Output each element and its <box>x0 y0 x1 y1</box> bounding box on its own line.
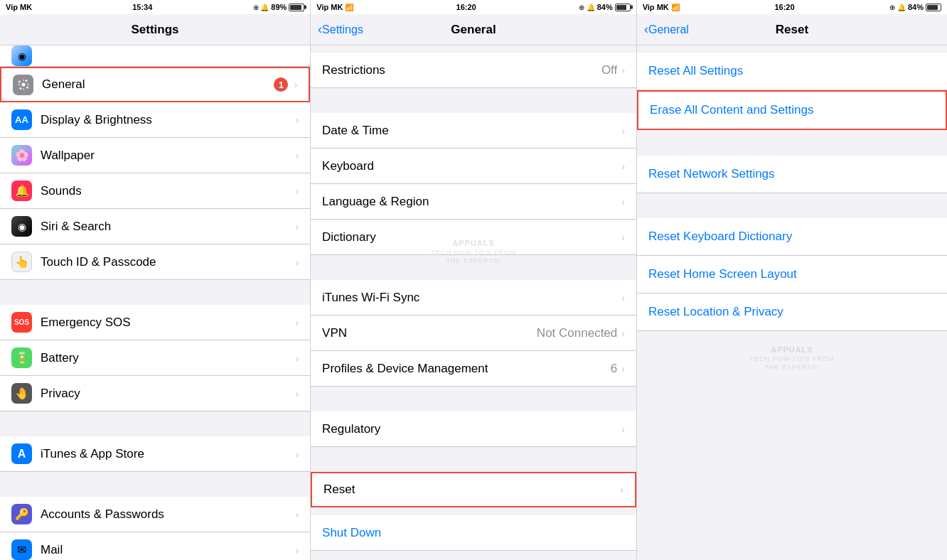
reset-location-label: Reset Location & Privacy <box>648 305 783 319</box>
appstore-chevron: › <box>295 448 299 460</box>
middle-status-left: Vip MK 📶 <box>316 3 353 11</box>
middle-divider-4 <box>311 447 636 472</box>
itunes-sync-chevron: › <box>621 292 625 303</box>
settings-item-wallpaper[interactable]: 🌸 Wallpaper › <box>0 138 310 173</box>
middle-divider-3 <box>311 387 636 411</box>
left-nav-title: Settings <box>132 23 179 37</box>
settings-item-battery[interactable]: 🔋 Battery › <box>0 340 310 376</box>
wallpaper-chevron: › <box>295 150 299 161</box>
right-item-reset-all[interactable]: Reset All Settings <box>637 53 947 90</box>
middle-item-reset[interactable]: Reset › <box>311 472 636 507</box>
left-battery-cap <box>304 6 306 9</box>
settings-item-sounds[interactable]: 🔔 Sounds › <box>0 173 310 209</box>
shutdown-label: Shut Down <box>322 526 625 540</box>
vpn-value: Not Connected <box>537 326 617 340</box>
svg-point-0 <box>21 83 25 87</box>
display-label: Display & Brightness <box>41 113 295 127</box>
right-divider-1 <box>637 131 947 156</box>
middle-nav-title: General <box>451 23 496 37</box>
left-battery-icon <box>289 4 304 11</box>
privacy-icon: 🤚 <box>11 383 32 404</box>
touchid-icon: 👆 <box>11 252 32 272</box>
middle-item-itunes-sync[interactable]: iTunes Wi-Fi Sync › <box>311 280 636 316</box>
general-chevron: › <box>294 79 297 90</box>
right-item-erase-all[interactable]: Erase All Content and Settings <box>637 90 947 130</box>
sounds-icon: 🔔 <box>11 181 32 201</box>
language-chevron: › <box>621 196 625 208</box>
right-top-gap <box>637 45 947 53</box>
middle-item-shutdown[interactable]: Shut Down <box>311 515 636 551</box>
settings-item-display[interactable]: AA Display & Brightness › <box>0 102 310 138</box>
sounds-label: Sounds <box>41 184 295 198</box>
restrictions-chevron: › <box>621 65 625 76</box>
wallpaper-label: Wallpaper <box>41 149 295 163</box>
right-back-button[interactable]: ‹ General <box>644 22 689 37</box>
settings-item-appstore[interactable]: A iTunes & App Store › <box>0 436 310 472</box>
middle-item-language[interactable]: Language & Region › <box>311 184 636 220</box>
battery-chevron: › <box>295 352 299 364</box>
middle-status-bar: Vip MK 📶 16:20 ⊕ 🔔 84% <box>311 0 636 14</box>
battery-icon: 🔋 <box>11 348 32 368</box>
left-divider-3 <box>0 472 310 497</box>
middle-item-profiles[interactable]: Profiles & Device Management 6 › <box>311 351 636 387</box>
siri-chevron: › <box>295 221 299 232</box>
dictionary-label: Dictionary <box>322 230 621 244</box>
siri-icon: ◉ <box>11 216 32 237</box>
right-watermark-text: APPUALSTECH HOW-TO'S FROMTHE EXPERTS! <box>637 345 947 371</box>
mail-chevron: › <box>295 544 299 556</box>
left-location-icon: ⊕ 🔔 <box>253 4 269 11</box>
general-icon <box>13 75 33 95</box>
middle-icons: ⊕ 🔔 <box>579 4 595 11</box>
siri-label: Siri & Search <box>41 220 295 234</box>
keyboard-label: Keyboard <box>322 159 621 173</box>
middle-back-button[interactable]: ‹ Settings <box>318 22 363 37</box>
middle-item-regulatory[interactable]: Regulatory › <box>311 411 636 447</box>
middle-item-restrictions[interactable]: Restrictions Off › <box>311 53 636 88</box>
regulatory-label: Regulatory <box>322 422 621 436</box>
left-top-icon: ◉ <box>11 45 32 66</box>
reset-all-label: Reset All Settings <box>648 64 743 78</box>
mail-icon: ✉ <box>11 539 32 560</box>
settings-item-privacy[interactable]: 🤚 Privacy › <box>0 376 310 411</box>
right-item-reset-keyboard[interactable]: Reset Keyboard Dictionary <box>637 218 947 256</box>
right-item-reset-homescreen[interactable]: Reset Home Screen Layout <box>637 256 947 294</box>
language-label: Language & Region <box>322 195 621 209</box>
regulatory-chevron: › <box>621 424 625 435</box>
settings-item-accounts[interactable]: 🔑 Accounts & Passwords › <box>0 497 310 532</box>
reset-keyboard-label: Reset Keyboard Dictionary <box>648 230 792 244</box>
middle-item-vpn[interactable]: VPN Not Connected › <box>311 316 636 351</box>
gear-icon <box>17 78 30 91</box>
appstore-icon: A <box>11 443 32 464</box>
right-icons: ⊕ 🔔 <box>889 4 906 11</box>
left-battery-fill <box>290 5 301 10</box>
middle-wifi-icon: 📶 <box>345 4 353 11</box>
settings-item-general[interactable]: General 1 › <box>0 67 310 102</box>
reset-label: Reset <box>323 483 620 497</box>
right-item-reset-location[interactable]: Reset Location & Privacy <box>637 294 947 331</box>
right-battery-fill <box>927 5 938 10</box>
middle-divider-1 <box>311 88 636 113</box>
middle-item-dictionary[interactable]: Dictionary › <box>311 220 636 255</box>
left-panel: ◉ General 1 › AA Display & Brightness › <box>0 45 311 560</box>
erase-all-label: Erase All Content and Settings <box>650 103 814 117</box>
datetime-label: Date & Time <box>322 124 621 138</box>
middle-item-keyboard[interactable]: Keyboard › <box>311 149 636 184</box>
right-watermark: APPUALSTECH HOW-TO'S FROMTHE EXPERTS! <box>637 345 947 371</box>
settings-item-siri[interactable]: ◉ Siri & Search › <box>0 209 310 244</box>
left-carrier: Vip MK <box>6 3 32 11</box>
middle-top-gap <box>311 45 636 53</box>
settings-item-mail[interactable]: ✉ Mail › <box>0 532 310 560</box>
accounts-chevron: › <box>295 509 299 520</box>
display-icon: AA <box>11 109 32 130</box>
middle-battery-pct: 84% <box>597 3 613 11</box>
settings-item-sos[interactable]: SOS Emergency SOS › <box>0 305 310 340</box>
sos-icon: SOS <box>11 312 32 333</box>
restrictions-value: Off <box>601 63 617 77</box>
general-label: General <box>42 77 274 92</box>
right-carrier: Vip MK <box>643 3 669 11</box>
middle-item-datetime[interactable]: Date & Time › <box>311 113 636 149</box>
right-time: 16:20 <box>774 3 794 11</box>
general-badge: 1 <box>274 77 288 92</box>
right-item-reset-network[interactable]: Reset Network Settings <box>637 156 947 193</box>
settings-item-touchid[interactable]: 👆 Touch ID & Passcode › <box>0 244 310 280</box>
